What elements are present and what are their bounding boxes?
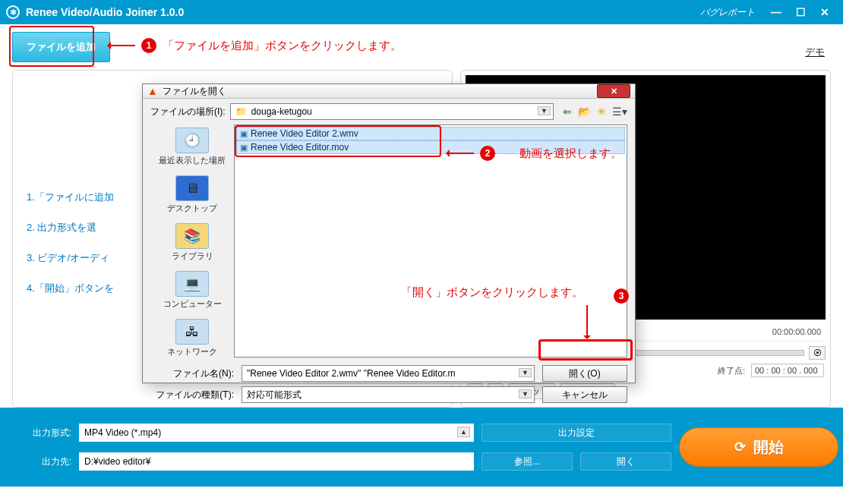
bugreport-link[interactable]: バグレポート xyxy=(700,6,755,19)
filetype-label: ファイルの種類(T): xyxy=(150,389,234,402)
output-dest-input[interactable]: D:¥video editor¥ xyxy=(79,452,474,471)
output-format-combo[interactable]: MP4 Video (*.mp4) xyxy=(79,424,474,442)
nav-new-folder-icon[interactable]: ✳ xyxy=(597,106,606,118)
maximize-button[interactable]: ☐ xyxy=(788,3,813,21)
file-dialog-titlebar[interactable]: ▲ ファイルを開く ✕ xyxy=(143,84,635,99)
place-library[interactable]: 📚 ライブラリ xyxy=(172,223,213,262)
annotation-2-text: 動画を選択します。 xyxy=(519,146,622,161)
titlebar: ✱ Renee Video/Audio Joiner 1.0.0 バグレポート … xyxy=(0,0,843,24)
location-value: douga-ketugou xyxy=(251,106,312,117)
output-dest-label: 出力先: xyxy=(18,455,71,468)
network-icon: 🖧 xyxy=(175,319,209,345)
location-combo[interactable]: 📁 douga-ketugou xyxy=(230,103,554,120)
annotation-2-badge: 2 xyxy=(480,146,495,161)
annotation-1-badge: 1 xyxy=(141,38,156,53)
video-file-icon: ▣ xyxy=(240,143,248,153)
filename-combo[interactable]: "Renee Video Editor 2.wmv" "Renee Video … xyxy=(242,365,535,382)
arrow-down-icon xyxy=(586,305,588,339)
open-dest-button[interactable]: 開く xyxy=(580,452,671,471)
file-open-dialog: ▲ ファイルを開く ✕ ファイルの場所(I): 📁 douga-ketugou … xyxy=(142,83,636,383)
total-time: 00:00:00.000 xyxy=(772,327,821,336)
place-network[interactable]: 🖧 ネットワーク xyxy=(167,319,217,358)
open-button[interactable]: 開く(O) xyxy=(542,365,627,382)
annotation-3-text: 「開く」ボタンをクリックします。 xyxy=(401,285,583,300)
place-computer-label: コンピューター xyxy=(163,298,222,310)
desktop-icon: 🖥 xyxy=(175,175,209,201)
minimize-button[interactable]: — xyxy=(764,3,788,21)
app-title: Renee Video/Audio Joiner 1.0.0 xyxy=(26,6,184,18)
output-settings-button[interactable]: 出力設定 xyxy=(481,424,671,442)
annotation-2: 2 動画を選択します。 xyxy=(447,146,622,161)
app-logo-icon: ✱ xyxy=(6,5,20,19)
browse-button[interactable]: 参照... xyxy=(481,452,573,471)
close-button[interactable]: ✕ xyxy=(813,3,837,21)
place-recent-label: 最近表示した場所 xyxy=(159,155,226,166)
file-dialog-close-button[interactable]: ✕ xyxy=(597,84,630,98)
folder-icon: 📁 xyxy=(235,106,247,117)
file-name-1: Renee Video Editor 2.wmv xyxy=(251,128,358,139)
demo-link[interactable]: デモ xyxy=(805,46,825,59)
output-format-label: 出力形式: xyxy=(18,427,71,439)
add-file-button[interactable]: ファイルを追加 xyxy=(12,32,110,62)
nav-back-icon[interactable]: ⇐ xyxy=(563,106,572,118)
zoom-in-icon[interactable]: ⦿ xyxy=(809,346,826,360)
places-sidebar: 🕘 最近表示した場所 🖥 デスクトップ 📚 ライブラリ 💻 コンピューター 🖧 … xyxy=(150,124,234,358)
end-time-input[interactable]: 00 : 00 : 00 . 000 xyxy=(751,364,824,377)
nav-view-icon[interactable]: ☰▾ xyxy=(612,106,627,118)
file-dialog-nav-icons: ⇐ 📂 ✳ ☰▾ xyxy=(563,106,627,118)
file-name-2: Renee Video Editor.mov xyxy=(251,142,349,153)
annotation-1: 1 「ファイルを追加」ボタンをクリックします。 xyxy=(108,38,402,53)
library-icon: 📚 xyxy=(175,223,209,249)
recent-icon: 🕘 xyxy=(175,128,209,153)
start-button-label: 開始 xyxy=(753,437,784,458)
file-row-1[interactable]: ▣ Renee Video Editor 2.wmv xyxy=(236,127,625,140)
cancel-button[interactable]: キャンセル xyxy=(542,386,627,403)
toolbar: ファイルを追加 1 「ファイルを追加」ボタンをクリックします。 デモ xyxy=(0,24,843,70)
annotation-3-badge: 3 xyxy=(614,288,629,304)
computer-icon: 💻 xyxy=(175,271,209,297)
annotation-1-text: 「ファイルを追加」ボタンをクリックします。 xyxy=(163,39,402,53)
location-label: ファイルの場所(I): xyxy=(150,106,226,118)
end-time-label: 終了点: xyxy=(718,365,745,376)
filetype-combo[interactable]: 対応可能形式 xyxy=(242,386,535,403)
place-network-label: ネットワーク xyxy=(167,346,217,358)
file-dialog-bottom: ファイル名(N): "Renee Video Editor 2.wmv" "Re… xyxy=(143,362,635,411)
file-dialog-icon: ▲ xyxy=(147,85,158,97)
place-desktop[interactable]: 🖥 デスクトップ xyxy=(167,175,217,214)
place-library-label: ライブラリ xyxy=(172,250,213,262)
place-computer[interactable]: 💻 コンピューター xyxy=(163,271,222,310)
start-button[interactable]: ⟳ 開始 xyxy=(679,427,838,467)
place-recent[interactable]: 🕘 最近表示した場所 xyxy=(159,128,226,166)
file-dialog-location-row: ファイルの場所(I): 📁 douga-ketugou ⇐ 📂 ✳ ☰▾ xyxy=(143,99,635,124)
refresh-icon: ⟳ xyxy=(734,439,746,455)
video-file-icon: ▣ xyxy=(240,129,248,139)
place-desktop-label: デスクトップ xyxy=(167,203,217,214)
file-dialog-title: ファイルを開く xyxy=(163,85,226,98)
bottom-bar: 出力形式: MP4 Video (*.mp4) 出力設定 ⟳ 開始 出力先: D… xyxy=(0,408,843,487)
arrow-left-icon xyxy=(447,153,474,154)
nav-up-icon[interactable]: 📂 xyxy=(578,106,591,118)
filename-label: ファイル名(N): xyxy=(150,367,234,380)
arrow-left-icon xyxy=(108,45,135,46)
